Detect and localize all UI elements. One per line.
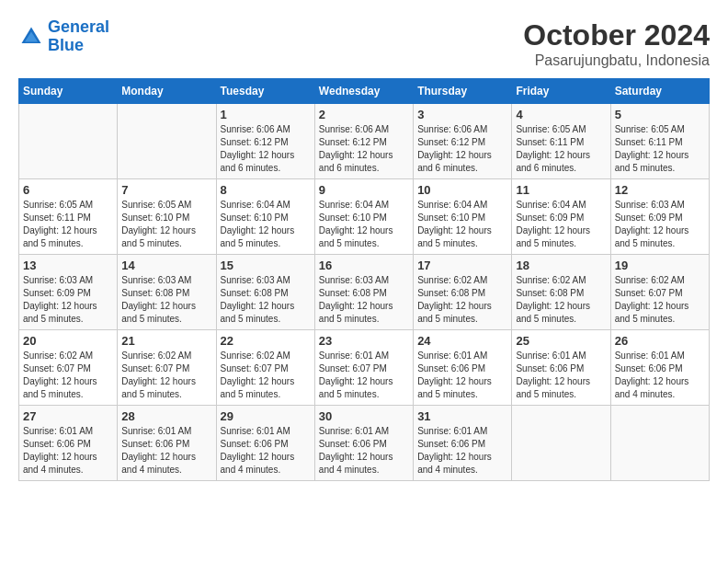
day-number: 6 — [23, 183, 113, 197]
day-number: 4 — [516, 108, 606, 121]
header-thursday: Thursday — [414, 79, 512, 104]
day-number: 27 — [23, 409, 113, 423]
calendar-cell — [118, 104, 216, 179]
week-row-2: 6Sunrise: 6:05 AM Sunset: 6:11 PM Daylig… — [19, 179, 710, 255]
day-number: 3 — [417, 108, 507, 121]
calendar-cell: 26Sunrise: 6:01 AM Sunset: 6:06 PM Dayli… — [610, 330, 709, 406]
day-number: 23 — [319, 334, 409, 348]
day-info: Sunrise: 6:01 AM Sunset: 6:06 PM Dayligh… — [319, 425, 409, 477]
day-number: 19 — [615, 259, 705, 272]
day-number: 17 — [417, 259, 507, 272]
day-info: Sunrise: 6:01 AM Sunset: 6:06 PM Dayligh… — [516, 350, 606, 401]
day-info: Sunrise: 6:03 AM Sunset: 6:08 PM Dayligh… — [221, 274, 311, 326]
day-number: 14 — [121, 259, 211, 272]
day-info: Sunrise: 6:01 AM Sunset: 6:06 PM Dayligh… — [23, 425, 113, 477]
day-info: Sunrise: 6:01 AM Sunset: 6:06 PM Dayligh… — [615, 350, 705, 401]
day-info: Sunrise: 6:01 AM Sunset: 6:06 PM Dayligh… — [221, 425, 311, 477]
day-number: 9 — [319, 183, 409, 197]
day-info: Sunrise: 6:02 AM Sunset: 6:08 PM Dayligh… — [516, 274, 606, 326]
calendar-cell: 24Sunrise: 6:01 AM Sunset: 6:06 PM Dayli… — [414, 330, 512, 406]
day-info: Sunrise: 6:02 AM Sunset: 6:07 PM Dayligh… — [615, 274, 705, 326]
day-number: 30 — [319, 409, 409, 423]
day-number: 11 — [516, 183, 606, 197]
day-number: 29 — [221, 409, 311, 423]
day-info: Sunrise: 6:06 AM Sunset: 6:12 PM Dayligh… — [221, 123, 311, 175]
calendar-cell: 27Sunrise: 6:01 AM Sunset: 6:06 PM Dayli… — [19, 406, 118, 481]
calendar-cell: 22Sunrise: 6:02 AM Sunset: 6:07 PM Dayli… — [216, 330, 314, 406]
calendar-table: SundayMondayTuesdayWednesdayThursdayFrid… — [18, 78, 710, 481]
day-number: 8 — [221, 183, 311, 197]
day-info: Sunrise: 6:02 AM Sunset: 6:08 PM Dayligh… — [417, 274, 507, 326]
day-info: Sunrise: 6:05 AM Sunset: 6:11 PM Dayligh… — [516, 123, 606, 175]
day-number: 20 — [23, 334, 113, 348]
calendar-cell: 9Sunrise: 6:04 AM Sunset: 6:10 PM Daylig… — [314, 179, 413, 255]
day-info: Sunrise: 6:02 AM Sunset: 6:07 PM Dayligh… — [23, 350, 113, 401]
calendar-cell: 18Sunrise: 6:02 AM Sunset: 6:08 PM Dayli… — [512, 255, 610, 330]
day-info: Sunrise: 6:01 AM Sunset: 6:06 PM Dayligh… — [417, 350, 507, 401]
day-info: Sunrise: 6:01 AM Sunset: 6:07 PM Dayligh… — [319, 350, 409, 401]
day-info: Sunrise: 6:03 AM Sunset: 6:09 PM Dayligh… — [615, 199, 705, 250]
calendar-cell: 21Sunrise: 6:02 AM Sunset: 6:07 PM Dayli… — [118, 330, 216, 406]
day-info: Sunrise: 6:02 AM Sunset: 6:07 PM Dayligh… — [221, 350, 311, 401]
day-number: 26 — [615, 334, 705, 348]
day-number: 18 — [516, 259, 606, 272]
day-info: Sunrise: 6:05 AM Sunset: 6:10 PM Dayligh… — [121, 199, 211, 250]
day-number: 5 — [615, 108, 705, 121]
day-info: Sunrise: 6:04 AM Sunset: 6:10 PM Dayligh… — [417, 199, 507, 250]
logo-text: General Blue — [48, 18, 109, 55]
page-header: General Blue October 2024 Pasarujungbatu… — [18, 18, 710, 69]
calendar-cell: 11Sunrise: 6:04 AM Sunset: 6:09 PM Dayli… — [512, 179, 610, 255]
calendar-title: October 2024 — [523, 18, 710, 52]
day-number: 28 — [121, 409, 211, 423]
day-number: 7 — [121, 183, 211, 197]
calendar-cell: 13Sunrise: 6:03 AM Sunset: 6:09 PM Dayli… — [19, 255, 118, 330]
calendar-cell: 31Sunrise: 6:01 AM Sunset: 6:06 PM Dayli… — [414, 406, 512, 481]
day-number: 2 — [319, 108, 409, 121]
day-info: Sunrise: 6:03 AM Sunset: 6:08 PM Dayligh… — [121, 274, 211, 326]
day-number: 13 — [23, 259, 113, 272]
day-info: Sunrise: 6:04 AM Sunset: 6:09 PM Dayligh… — [516, 199, 606, 250]
logo: General Blue — [18, 18, 109, 55]
calendar-cell: 5Sunrise: 6:05 AM Sunset: 6:11 PM Daylig… — [610, 104, 709, 179]
calendar-cell: 30Sunrise: 6:01 AM Sunset: 6:06 PM Dayli… — [314, 406, 413, 481]
day-info: Sunrise: 6:06 AM Sunset: 6:12 PM Dayligh… — [319, 123, 409, 175]
day-number: 1 — [221, 108, 311, 121]
calendar-cell: 16Sunrise: 6:03 AM Sunset: 6:08 PM Dayli… — [314, 255, 413, 330]
logo-icon — [18, 24, 44, 50]
calendar-cell: 28Sunrise: 6:01 AM Sunset: 6:06 PM Dayli… — [118, 406, 216, 481]
calendar-cell: 6Sunrise: 6:05 AM Sunset: 6:11 PM Daylig… — [19, 179, 118, 255]
header-saturday: Saturday — [610, 79, 709, 104]
calendar-cell — [610, 406, 709, 481]
week-row-1: 1Sunrise: 6:06 AM Sunset: 6:12 PM Daylig… — [19, 104, 710, 179]
title-block: October 2024 Pasarujungbatu, Indonesia — [523, 18, 710, 69]
calendar-cell: 7Sunrise: 6:05 AM Sunset: 6:10 PM Daylig… — [118, 179, 216, 255]
calendar-cell: 1Sunrise: 6:06 AM Sunset: 6:12 PM Daylig… — [216, 104, 314, 179]
day-info: Sunrise: 6:04 AM Sunset: 6:10 PM Dayligh… — [221, 199, 311, 250]
calendar-cell: 2Sunrise: 6:06 AM Sunset: 6:12 PM Daylig… — [314, 104, 413, 179]
calendar-cell: 29Sunrise: 6:01 AM Sunset: 6:06 PM Dayli… — [216, 406, 314, 481]
day-info: Sunrise: 6:03 AM Sunset: 6:08 PM Dayligh… — [319, 274, 409, 326]
calendar-cell: 4Sunrise: 6:05 AM Sunset: 6:11 PM Daylig… — [512, 104, 610, 179]
calendar-cell: 10Sunrise: 6:04 AM Sunset: 6:10 PM Dayli… — [414, 179, 512, 255]
header-wednesday: Wednesday — [314, 79, 413, 104]
day-number: 24 — [417, 334, 507, 348]
day-number: 25 — [516, 334, 606, 348]
week-row-5: 27Sunrise: 6:01 AM Sunset: 6:06 PM Dayli… — [19, 406, 710, 481]
calendar-cell: 14Sunrise: 6:03 AM Sunset: 6:08 PM Dayli… — [118, 255, 216, 330]
day-info: Sunrise: 6:01 AM Sunset: 6:06 PM Dayligh… — [121, 425, 211, 477]
day-info: Sunrise: 6:05 AM Sunset: 6:11 PM Dayligh… — [23, 199, 113, 250]
week-row-3: 13Sunrise: 6:03 AM Sunset: 6:09 PM Dayli… — [19, 255, 710, 330]
header-sunday: Sunday — [19, 79, 118, 104]
calendar-cell: 23Sunrise: 6:01 AM Sunset: 6:07 PM Dayli… — [314, 330, 413, 406]
day-number: 21 — [121, 334, 211, 348]
calendar-cell: 20Sunrise: 6:02 AM Sunset: 6:07 PM Dayli… — [19, 330, 118, 406]
day-number: 10 — [417, 183, 507, 197]
header-tuesday: Tuesday — [216, 79, 314, 104]
calendar-cell: 8Sunrise: 6:04 AM Sunset: 6:10 PM Daylig… — [216, 179, 314, 255]
calendar-cell: 3Sunrise: 6:06 AM Sunset: 6:12 PM Daylig… — [414, 104, 512, 179]
calendar-header-row: SundayMondayTuesdayWednesdayThursdayFrid… — [19, 79, 710, 104]
day-number: 15 — [221, 259, 311, 272]
calendar-cell: 25Sunrise: 6:01 AM Sunset: 6:06 PM Dayli… — [512, 330, 610, 406]
calendar-cell — [19, 104, 118, 179]
day-info: Sunrise: 6:05 AM Sunset: 6:11 PM Dayligh… — [615, 123, 705, 175]
